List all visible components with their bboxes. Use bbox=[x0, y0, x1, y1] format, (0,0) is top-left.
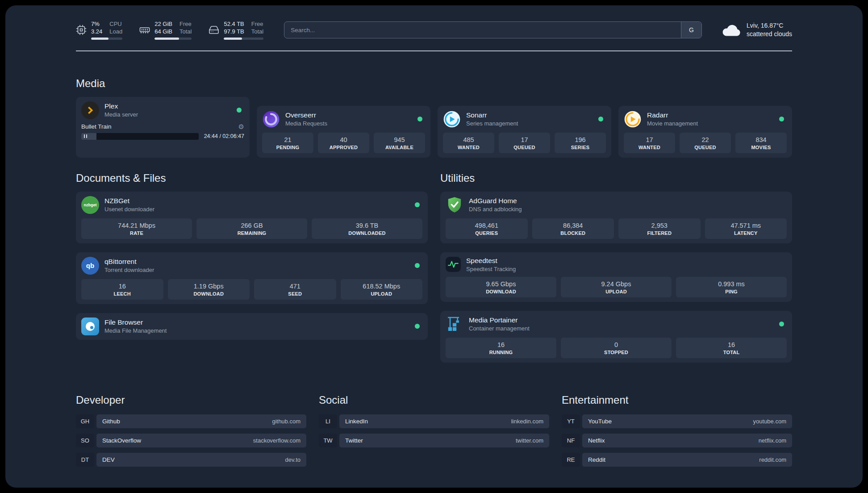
disk-progress-bar bbox=[224, 38, 263, 40]
service-name: Speedtest bbox=[466, 257, 516, 265]
stat-upload: 618.52 MbpsUPLOAD bbox=[341, 279, 423, 300]
status-dot bbox=[415, 202, 420, 207]
cpu-widget: 7% 3.24 CPU Load bbox=[76, 21, 122, 40]
cpu-load-label: Load bbox=[109, 28, 122, 36]
card-overseerr[interactable]: Overseerr Media Requests 21PENDING 40APP… bbox=[257, 106, 430, 158]
bookmark-linkedin[interactable]: LI LinkedInlinkedin.com bbox=[319, 414, 549, 428]
search-input[interactable] bbox=[284, 22, 681, 38]
disk-total-value: 97.9 TB bbox=[224, 28, 244, 36]
stat-wanted: 17WANTED bbox=[624, 133, 675, 153]
playback-progress-bar[interactable] bbox=[81, 133, 199, 140]
bookmark-twitter[interactable]: TW Twittertwitter.com bbox=[319, 434, 549, 447]
bookmark-abbr: LI bbox=[319, 414, 337, 428]
card-speedtest[interactable]: Speedtest Speedtest Tracking 9.65 GbpsDO… bbox=[440, 252, 792, 302]
card-radarr[interactable]: Radarr Movie management 17WANTED 22QUEUE… bbox=[618, 106, 792, 158]
stat-series: 196SERIES bbox=[555, 133, 606, 153]
service-name: Radarr bbox=[647, 111, 698, 119]
search-bar: G bbox=[284, 21, 702, 38]
now-playing-title: Bullet Train bbox=[81, 123, 112, 130]
card-adguard[interactable]: AdGuard Home DNS and adblocking 498,461Q… bbox=[440, 192, 792, 243]
bookmark-abbr: SO bbox=[76, 434, 94, 447]
plex-icon bbox=[81, 101, 99, 119]
service-name: File Browser bbox=[104, 318, 167, 326]
stat-movies: 834MOVIES bbox=[735, 133, 787, 153]
bookmark-github[interactable]: GH Githubgithub.com bbox=[76, 414, 306, 428]
weather-widget: Lviv, 16.87°C scattered clouds bbox=[722, 21, 792, 39]
status-dot bbox=[415, 263, 420, 268]
cpu-usage-value: 7% bbox=[91, 21, 102, 28]
service-subtitle: Torrent downloader bbox=[104, 267, 154, 273]
section-documents: Documents & Files nzbget NZBGet Usenet d… bbox=[76, 172, 428, 363]
bookmark-group-social: Social LI LinkedInlinkedin.com TW Twitte… bbox=[319, 394, 549, 472]
card-nzbget[interactable]: nzbget NZBGet Usenet downloader 744.21 M… bbox=[76, 192, 428, 243]
service-name: Media Portainer bbox=[469, 316, 530, 324]
cpu-icon bbox=[76, 25, 87, 35]
stat-total: 16TOTAL bbox=[676, 338, 787, 358]
service-subtitle: Series management bbox=[466, 120, 518, 127]
bookmark-stackoverflow[interactable]: SO StackOverflowstackoverflow.com bbox=[76, 434, 306, 447]
stat-downloaded: 39.6 TBDOWNLOADED bbox=[312, 218, 422, 239]
resource-widgets: 7% 3.24 CPU Load bbox=[76, 21, 263, 40]
status-dot bbox=[237, 108, 242, 113]
status-dot bbox=[598, 117, 603, 121]
adguard-icon bbox=[446, 196, 463, 214]
stat-rate: 744.21 MbpsRATE bbox=[81, 218, 192, 239]
stat-ping: 0.993 msPING bbox=[676, 277, 787, 297]
bookmark-abbr: TW bbox=[319, 434, 337, 447]
memory-widget: 22 GiB 64 GiB Free Total bbox=[139, 21, 192, 40]
service-name: qBittorrent bbox=[104, 258, 154, 266]
disk-free-label: Free bbox=[251, 21, 263, 28]
card-sonarr[interactable]: Sonarr Series management 485WANTED 17QUE… bbox=[438, 106, 611, 158]
service-subtitle: Media File Management bbox=[104, 327, 167, 334]
status-dot bbox=[415, 324, 420, 329]
stat-seed: 471SEED bbox=[254, 279, 336, 300]
card-filebrowser[interactable]: File Browser Media File Management bbox=[76, 313, 428, 340]
memory-progress-bar bbox=[154, 38, 192, 40]
portainer-icon bbox=[446, 315, 463, 333]
service-subtitle: Media server bbox=[104, 111, 138, 118]
stat-queued: 17QUEUED bbox=[499, 133, 550, 153]
card-plex[interactable]: Plex Media server Bullet Train ⚙ 24:44 /… bbox=[76, 97, 250, 158]
dashboard-panel: 7% 3.24 CPU Load bbox=[5, 5, 863, 488]
cpu-label: CPU bbox=[109, 21, 122, 28]
stat-filtered: 2,953FILTERED bbox=[618, 218, 701, 239]
settings-gear-icon[interactable]: ⚙ bbox=[238, 123, 244, 130]
bookmark-group-title: Entertainment bbox=[562, 394, 792, 406]
stat-stopped: 0STOPPED bbox=[561, 338, 672, 358]
bookmark-abbr: NF bbox=[562, 434, 580, 447]
bookmark-netflix[interactable]: NF Netflixnetflix.com bbox=[562, 434, 792, 447]
service-subtitle: Container management bbox=[469, 325, 530, 332]
memory-icon bbox=[139, 25, 150, 35]
search-provider-button[interactable]: G bbox=[681, 22, 701, 38]
bookmark-abbr: RE bbox=[562, 453, 580, 467]
service-subtitle: DNS and adblocking bbox=[469, 206, 522, 213]
cpu-progress-bar bbox=[91, 38, 122, 40]
stat-queries: 498,461QUERIES bbox=[446, 218, 528, 239]
stat-upload: 9.24 GbpsUPLOAD bbox=[561, 277, 672, 297]
disk-widget: 52.4 TB 97.9 TB Free Total bbox=[209, 21, 263, 40]
service-name: Sonarr bbox=[466, 111, 518, 119]
memory-free-label: Free bbox=[179, 21, 192, 28]
service-name: Overseerr bbox=[285, 111, 327, 119]
card-portainer[interactable]: Media Portainer Container management 16R… bbox=[440, 311, 792, 363]
card-qbittorrent[interactable]: qb qBittorrent Torrent downloader 16LEEC… bbox=[76, 252, 428, 304]
overseerr-icon bbox=[262, 110, 280, 128]
nzbget-icon: nzbget bbox=[81, 196, 99, 214]
stat-download: 9.65 GbpsDOWNLOAD bbox=[446, 277, 556, 297]
section-media: Media Plex Media server Bullet Train ⚙ bbox=[76, 77, 792, 158]
stat-queued: 22QUEUED bbox=[680, 133, 731, 153]
bookmark-youtube[interactable]: YT YouTubeyoutube.com bbox=[562, 414, 792, 428]
top-bar: 7% 3.24 CPU Load bbox=[76, 21, 792, 40]
pause-icon[interactable] bbox=[84, 134, 87, 138]
service-name: Plex bbox=[104, 102, 138, 110]
speedtest-icon bbox=[446, 257, 461, 272]
filebrowser-icon bbox=[81, 318, 99, 335]
bookmark-dev[interactable]: DT DEVdev.to bbox=[76, 453, 306, 467]
stat-approved: 40APPROVED bbox=[318, 133, 369, 153]
status-dot bbox=[779, 117, 784, 121]
dashboard-root: 7% 3.24 CPU Load bbox=[0, 0, 868, 493]
playback-time: 24:44 / 02:06:47 bbox=[204, 133, 244, 139]
radarr-icon bbox=[624, 110, 642, 128]
bookmark-reddit[interactable]: RE Redditreddit.com bbox=[562, 453, 792, 467]
section-title-media: Media bbox=[76, 77, 792, 90]
